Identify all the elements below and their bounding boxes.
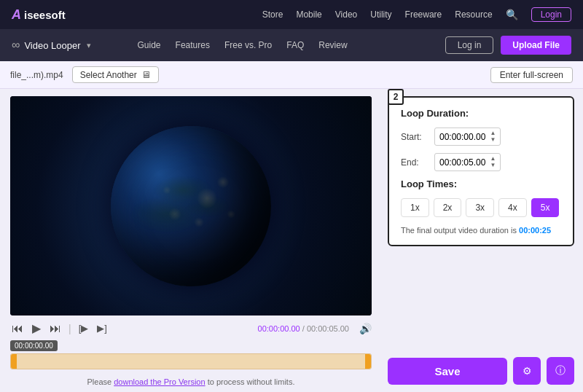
toolbar: file_...m).mp4 Select Another 🖥 Enter fu… [0, 61, 583, 89]
loop-start-button[interactable]: [▶ [77, 321, 90, 335]
skip-forward-button[interactable]: ⏭ [48, 321, 63, 337]
earth-lights [111, 126, 271, 286]
nav-review[interactable]: Review [318, 40, 347, 50]
top-login-button[interactable]: Login [531, 7, 571, 22]
play-button[interactable]: ▶ [31, 320, 42, 337]
fullscreen-button[interactable]: Enter full-screen [490, 67, 573, 83]
output-duration: 00:00:25 [519, 226, 551, 235]
nav-store[interactable]: Store [262, 9, 283, 20]
loop-times-title: Loop Times: [401, 179, 561, 189]
right-panel: 2 Loop Duration: Start: 00:00:00.00 ▲ ▼ … [379, 89, 583, 392]
tool-name: Video Looper [24, 40, 80, 51]
loop-settings-panel: 2 Loop Duration: Start: 00:00:00.00 ▲ ▼ … [388, 96, 574, 246]
time-current: 00:00:00.00 [258, 324, 300, 333]
monitor-icon: 🖥 [141, 69, 151, 80]
nav-video[interactable]: Video [335, 9, 357, 20]
logo-icon: A [12, 7, 21, 23]
timeline-area: 00:00:00.00 [10, 340, 372, 374]
nav-faq[interactable]: FAQ [286, 40, 304, 50]
timeline-handle-right[interactable] [365, 354, 371, 369]
select-another-label: Select Another [80, 70, 137, 80]
loop-end-button[interactable]: ▶] [95, 321, 109, 335]
save-button[interactable]: Save [388, 358, 507, 385]
logo: A iseesoft [12, 7, 66, 23]
times-4x-button[interactable]: 4x [498, 198, 527, 217]
pro-notice-prefix: Please [87, 377, 114, 386]
login-button[interactable]: Log in [445, 36, 494, 54]
output-notice-text: The final output video duration is [401, 226, 519, 235]
output-notice: The final output video duration is 00:00… [401, 226, 561, 235]
start-spin-up[interactable]: ▲ [490, 130, 496, 136]
nav-free-vs-pro[interactable]: Free vs. Pro [224, 40, 272, 50]
end-spin-up[interactable]: ▲ [490, 156, 496, 162]
separator-1: | [69, 323, 71, 334]
settings-button[interactable]: ⚙ [513, 357, 541, 385]
pro-notice-suffix: to process without limits. [206, 377, 295, 386]
time-separator: / [302, 324, 305, 333]
pro-notice: Please download the Pro Version to proce… [10, 374, 372, 386]
nav-guide[interactable]: Guide [138, 40, 161, 50]
chevron-down-icon: ▾ [87, 41, 91, 50]
time-total: 00:00:05.00 [307, 324, 349, 333]
end-time-row: End: 00:00:05.00 ▲ ▼ [401, 153, 561, 171]
second-nav-links: Guide Features Free vs. Pro FAQ Review [138, 40, 348, 50]
nav-utility[interactable]: Utility [370, 9, 391, 20]
start-spin-down[interactable]: ▼ [490, 137, 496, 143]
times-2x-button[interactable]: 2x [434, 198, 462, 217]
nav-mobile[interactable]: Mobile [296, 9, 321, 20]
loop-times-buttons: 1x 2x 3x 4x 5x [401, 198, 561, 217]
start-time-value: 00:00:00.00 [439, 132, 485, 142]
save-bar: Save ⚙ ⓘ [388, 357, 574, 385]
loop-times-section: Loop Times: 1x 2x 3x 4x 5x [401, 179, 561, 217]
file-name: file_...m).mp4 [10, 70, 63, 80]
nav-resource[interactable]: Resource [455, 9, 492, 20]
skip-back-button[interactable]: ⏮ [10, 321, 25, 337]
start-time-input[interactable]: 00:00:00.00 ▲ ▼ [434, 128, 501, 146]
panel-badge: 2 [388, 89, 404, 105]
nav-freeware[interactable]: Freeware [405, 9, 442, 20]
end-time-value: 00:00:05.00 [439, 157, 485, 168]
earth-visual [10, 96, 372, 315]
top-nav-links: Store Mobile Video Utility Freeware Reso… [262, 7, 571, 22]
timeline-handle-left[interactable] [11, 354, 17, 369]
end-time-input[interactable]: 00:00:05.00 ▲ ▼ [434, 153, 501, 171]
select-another-button[interactable]: Select Another 🖥 [72, 66, 159, 83]
controls-bar: ⏮ ▶ ⏭ | [▶ ▶] 00:00:00.00 / 00:00:05.00 … [10, 315, 372, 340]
upload-file-button[interactable]: Upload File [501, 36, 571, 55]
tool-title: ∞ Video Looper ▾ [12, 39, 91, 52]
nav-features[interactable]: Features [176, 40, 210, 50]
earth-sphere [111, 126, 271, 286]
loop-icon: ∞ [12, 39, 20, 52]
time-badge: 00:00:00.00 [10, 340, 58, 351]
duration-title: Loop Duration: [401, 108, 561, 119]
end-spin-down[interactable]: ▼ [490, 162, 496, 168]
second-navigation: ∞ Video Looper ▾ Guide Features Free vs.… [0, 29, 583, 61]
times-3x-button[interactable]: 3x [466, 198, 494, 217]
video-player [10, 96, 372, 315]
main-content: ⏮ ▶ ⏭ | [▶ ▶] 00:00:00.00 / 00:00:05.00 … [0, 89, 583, 392]
start-time-spinners: ▲ ▼ [490, 130, 496, 143]
top-navigation: A iseesoft Store Mobile Video Utility Fr… [0, 0, 583, 29]
start-label: Start: [401, 132, 429, 142]
timeline-track[interactable] [10, 353, 372, 369]
nav-actions: Log in Upload File [445, 36, 571, 55]
times-5x-button[interactable]: 5x [531, 198, 560, 217]
search-icon[interactable]: 🔍 [506, 9, 518, 20]
volume-icon[interactable]: 🔊 [359, 323, 372, 334]
pro-version-link[interactable]: download the Pro Version [114, 377, 205, 386]
info-button[interactable]: ⓘ [547, 357, 574, 385]
times-1x-button[interactable]: 1x [401, 198, 429, 217]
start-time-row: Start: 00:00:00.00 ▲ ▼ [401, 128, 561, 146]
end-time-spinners: ▲ ▼ [490, 156, 496, 168]
video-area: ⏮ ▶ ⏭ | [▶ ▶] 00:00:00.00 / 00:00:05.00 … [0, 89, 379, 392]
time-display: 00:00:00.00 / 00:00:05.00 [258, 324, 349, 333]
end-label: End: [401, 157, 429, 168]
logo-text: iseesoft [24, 9, 66, 21]
